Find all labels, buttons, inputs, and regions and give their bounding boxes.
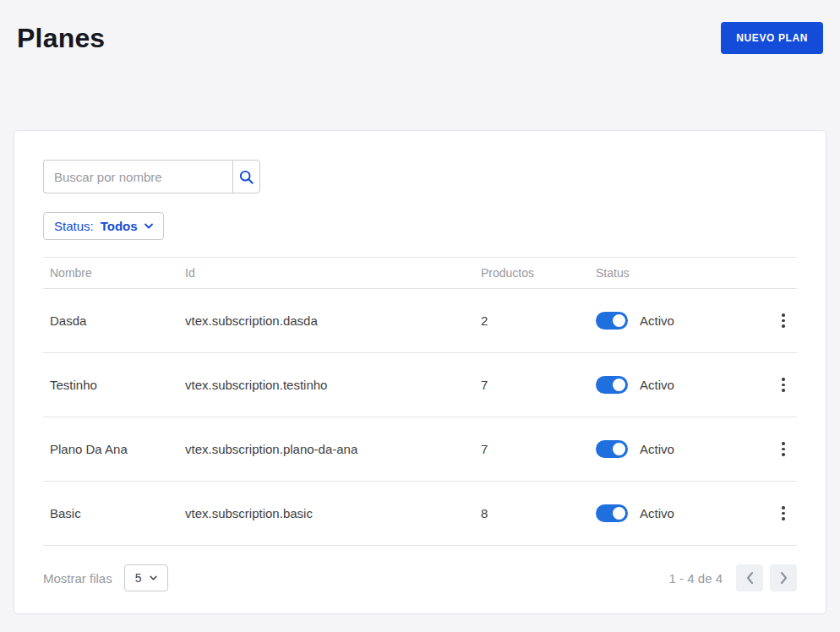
table-row[interactable]: Basic vtex.subscription.basic 8 Activo [43,482,797,546]
row-menu-button[interactable] [770,308,797,335]
status-label: Activo [640,313,674,328]
row-menu-button[interactable] [770,372,797,399]
status-label: Activo [640,506,674,520]
page-header: Planes NUEVO PLAN [14,15,826,54]
plan-id: vtex.subscription.testinho [178,378,474,392]
plan-name: Dasda [43,313,178,328]
toggle-knob [613,443,625,455]
toggle-knob [613,507,625,520]
plan-name: Testinho [43,378,178,392]
plan-name: Plano Da Ana [43,442,178,456]
search-button[interactable] [232,160,260,193]
plan-status-cell: Activo [589,312,763,330]
status-toggle[interactable] [596,312,628,330]
filter-row: Status: Todos [43,212,797,240]
search-input[interactable] [43,160,232,193]
status-filter-label: Status: [54,219,94,233]
column-header-status[interactable]: Status [589,266,763,280]
plan-products-count: 2 [474,313,589,328]
table-row[interactable]: Plano Da Ana vtex.subscription.plano-da-… [43,417,797,482]
plan-status-cell: Activo [589,504,763,522]
row-menu-button[interactable] [770,500,797,527]
plans-card: Status: Todos Nombre Id Productos Status [14,130,826,614]
status-toggle[interactable] [596,440,628,458]
plan-status-cell: Activo [589,440,763,458]
new-plan-button[interactable]: NUEVO PLAN [721,22,823,54]
table-header-row: Nombre Id Productos Status [43,257,797,289]
table-footer: Mostrar filas 5 1 - 4 de 4 [43,564,797,591]
plan-id: vtex.subscription.basic [178,506,474,520]
kebab-icon [782,313,785,317]
column-header-nombre[interactable]: Nombre [43,266,178,280]
status-label: Activo [640,442,674,456]
planes-page: Planes NUEVO PLAN Status: Todos [0,0,840,632]
next-page-button[interactable] [770,564,797,591]
table-row[interactable]: Dasda vtex.subscription.dasda 2 Activo [43,289,797,353]
column-header-productos[interactable]: Productos [474,266,589,280]
plan-products-count: 8 [474,506,589,520]
column-header-id[interactable]: Id [178,266,474,280]
plan-status-cell: Activo [589,376,763,394]
kebab-icon [782,442,785,445]
search-group [43,160,259,193]
plan-id: vtex.subscription.plano-da-ana [178,442,474,456]
kebab-icon [782,506,785,509]
toggle-knob [613,379,625,391]
toggle-knob [613,314,625,327]
plan-products-count: 7 [474,378,589,392]
rows-per-page-value: 5 [135,571,142,585]
chevron-down-icon [150,575,157,580]
plan-products-count: 7 [474,442,589,456]
search-icon [238,169,254,185]
plan-name: Basic [43,506,178,520]
status-filter-chip[interactable]: Status: Todos [43,212,164,240]
status-toggle[interactable] [596,504,628,522]
rows-per-page-control: Mostrar filas 5 [43,564,168,591]
rows-per-page-label: Mostrar filas [43,571,112,586]
page-title: Planes [17,23,105,54]
kebab-icon [782,378,785,381]
rows-per-page-select[interactable]: 5 [124,564,169,591]
row-menu-button[interactable] [770,436,797,463]
pagination-range: 1 - 4 de 4 [669,571,723,586]
chevron-right-icon [780,572,788,584]
pagination: 1 - 4 de 4 [669,564,797,591]
chevron-down-icon [145,223,153,229]
status-toggle[interactable] [596,376,628,394]
chevron-left-icon [746,572,754,584]
status-filter-value: Todos [101,219,138,233]
plan-id: vtex.subscription.dasda [178,313,474,328]
table-row[interactable]: Testinho vtex.subscription.testinho 7 Ac… [43,353,797,417]
pager-buttons [736,564,797,591]
status-label: Activo [640,378,674,392]
plans-table: Nombre Id Productos Status Dasda vtex.su… [43,257,797,546]
previous-page-button[interactable] [736,564,763,591]
